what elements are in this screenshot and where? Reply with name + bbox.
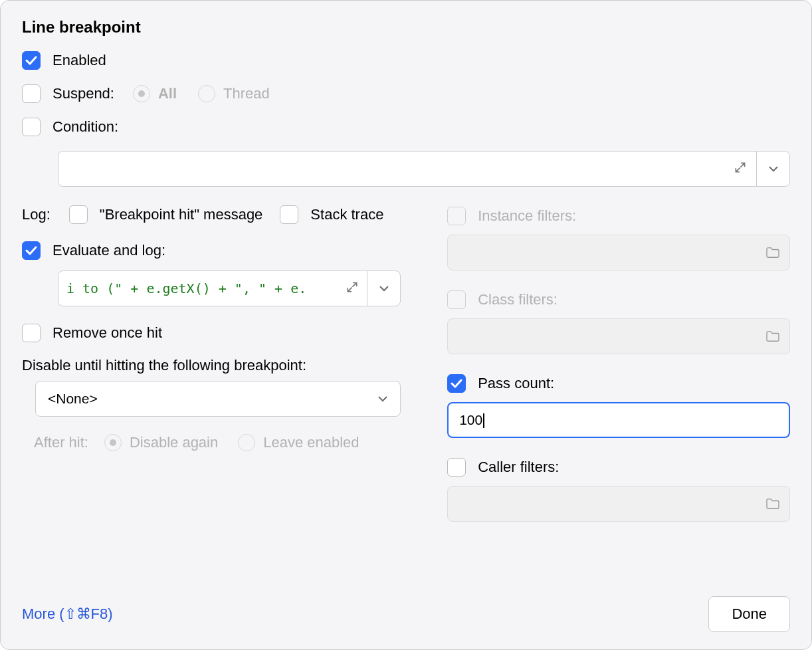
pass-count-checkbox[interactable] (447, 374, 466, 393)
disable-until-label: Disable until hitting the following brea… (22, 357, 401, 374)
evaluate-log-checkbox[interactable] (22, 241, 41, 260)
evaluate-log-label: Evaluate and log: (52, 242, 165, 259)
instance-filters-input (447, 235, 790, 271)
done-button[interactable]: Done (708, 596, 790, 632)
condition-checkbox[interactable] (22, 118, 41, 136)
caller-filters-input[interactable] (447, 486, 790, 522)
folder-icon (765, 247, 780, 259)
enabled-checkbox[interactable] (22, 51, 41, 70)
more-link[interactable]: More (⇧⌘F8) (22, 605, 113, 623)
log-label: Log: (22, 206, 51, 223)
class-filters-input (447, 318, 790, 354)
popup-title: Line breakpoint (22, 18, 790, 37)
after-hit-disable-label: Disable again (130, 434, 218, 451)
pass-count-value: 100 (459, 412, 484, 428)
suspend-all-radio[interactable] (133, 85, 150, 102)
evaluate-log-code: i to (" + e.getX() + ", " + e. (66, 280, 338, 296)
enabled-label: Enabled (52, 52, 106, 69)
class-filters-label: Class filters: (478, 291, 558, 308)
disable-until-select[interactable]: <None> (35, 381, 401, 417)
instance-filters-label: Instance filters: (478, 207, 576, 225)
after-hit-leave-radio[interactable] (238, 434, 255, 451)
condition-dropdown-toggle[interactable] (756, 152, 789, 186)
pass-count-input[interactable]: 100 (447, 402, 790, 438)
instance-filters-checkbox (447, 207, 466, 225)
breakpoint-popup: Line breakpoint Enabled Suspend: All Thr… (0, 0, 812, 650)
caller-filters-checkbox[interactable] (447, 458, 466, 477)
after-hit-leave-label: Leave enabled (263, 434, 359, 451)
log-hit-message-label: "Breakpoint hit" message (100, 206, 263, 223)
log-stack-trace-label: Stack trace (310, 206, 383, 223)
evaluate-log-input[interactable]: i to (" + e.getX() + ", " + e. (58, 271, 401, 306)
expand-icon[interactable] (724, 161, 756, 177)
pass-count-label: Pass count: (478, 375, 554, 392)
disable-until-value: <None> (48, 391, 377, 407)
after-hit-disable-radio[interactable] (104, 434, 122, 451)
suspend-checkbox[interactable] (22, 84, 41, 103)
caller-filters-label: Caller filters: (478, 459, 559, 476)
folder-icon (765, 330, 780, 342)
class-filters-checkbox (447, 290, 466, 309)
chevron-down-icon (377, 395, 388, 402)
suspend-thread-label: Thread (223, 85, 270, 102)
folder-icon (765, 498, 780, 510)
remove-once-hit-checkbox[interactable] (22, 324, 41, 342)
remove-once-hit-label: Remove once hit (52, 324, 162, 342)
after-hit-label: After hit: (34, 434, 88, 451)
condition-input[interactable] (58, 151, 790, 187)
evaluate-dropdown-toggle[interactable] (367, 271, 400, 306)
condition-label: Condition: (52, 118, 118, 136)
expand-icon[interactable] (338, 280, 367, 297)
suspend-thread-radio[interactable] (198, 85, 215, 102)
suspend-label: Suspend: (52, 85, 114, 102)
log-hit-message-checkbox[interactable] (69, 205, 88, 224)
suspend-all-label: All (158, 85, 177, 102)
log-stack-trace-checkbox[interactable] (280, 205, 298, 224)
